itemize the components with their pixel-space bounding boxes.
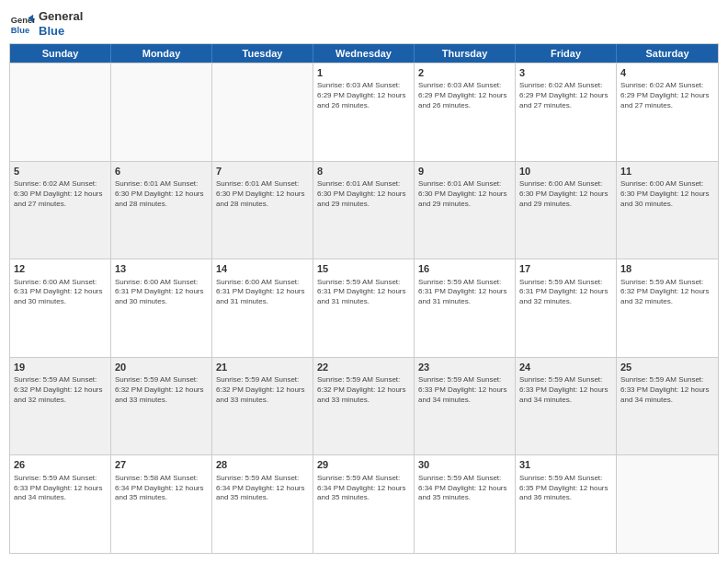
calendar-day-3: 3Sunrise: 6:02 AM Sunset: 6:29 PM Daylig… [516, 63, 617, 161]
calendar-row-1: 1Sunrise: 6:03 AM Sunset: 6:29 PM Daylig… [10, 63, 718, 161]
day-info: Sunrise: 6:00 AM Sunset: 6:31 PM Dayligh… [216, 278, 309, 307]
day-number: 14 [216, 262, 309, 275]
calendar-day-4: 4Sunrise: 6:02 AM Sunset: 6:29 PM Daylig… [617, 63, 718, 161]
day-number: 1 [317, 66, 410, 79]
calendar-cell-empty [111, 63, 212, 161]
day-info: Sunrise: 5:59 AM Sunset: 6:33 PM Dayligh… [519, 375, 612, 405]
day-info: Sunrise: 6:03 AM Sunset: 6:29 PM Dayligh… [418, 81, 511, 110]
calendar-day-14: 14Sunrise: 6:00 AM Sunset: 6:31 PM Dayli… [212, 259, 313, 357]
calendar-row-3: 12Sunrise: 6:00 AM Sunset: 6:31 PM Dayli… [10, 259, 718, 357]
day-info: Sunrise: 6:02 AM Sunset: 6:30 PM Dayligh… [14, 179, 107, 209]
day-number: 12 [14, 262, 107, 275]
day-number: 10 [519, 165, 612, 178]
header-day-friday: Friday [516, 44, 617, 63]
calendar-cell-empty [617, 455, 718, 553]
calendar-day-9: 9Sunrise: 6:01 AM Sunset: 6:30 PM Daylig… [415, 162, 516, 259]
calendar-day-6: 6Sunrise: 6:01 AM Sunset: 6:30 PM Daylig… [111, 162, 212, 259]
day-info: Sunrise: 5:59 AM Sunset: 6:31 PM Dayligh… [317, 278, 410, 307]
day-number: 28 [216, 458, 309, 471]
day-info: Sunrise: 6:01 AM Sunset: 6:30 PM Dayligh… [418, 179, 511, 209]
header-day-saturday: Saturday [617, 44, 718, 63]
day-number: 22 [317, 361, 410, 373]
calendar-day-15: 15Sunrise: 5:59 AM Sunset: 6:31 PM Dayli… [313, 259, 415, 357]
day-info: Sunrise: 6:01 AM Sunset: 6:30 PM Dayligh… [115, 179, 208, 209]
calendar-header-row: SundayMondayTuesdayWednesdayThursdayFrid… [10, 44, 718, 63]
calendar-day-1: 1Sunrise: 6:03 AM Sunset: 6:29 PM Daylig… [313, 63, 415, 161]
calendar-day-8: 8Sunrise: 6:01 AM Sunset: 6:30 PM Daylig… [313, 162, 415, 259]
calendar-day-29: 29Sunrise: 5:59 AM Sunset: 6:34 PM Dayli… [313, 455, 415, 553]
day-info: Sunrise: 5:59 AM Sunset: 6:34 PM Dayligh… [216, 474, 309, 503]
day-number: 6 [115, 165, 208, 178]
day-number: 23 [418, 361, 511, 373]
day-info: Sunrise: 6:02 AM Sunset: 6:29 PM Dayligh… [620, 81, 714, 110]
calendar-cell-empty [10, 63, 111, 161]
calendar-row-2: 5Sunrise: 6:02 AM Sunset: 6:30 PM Daylig… [10, 161, 718, 259]
day-info: Sunrise: 5:59 AM Sunset: 6:35 PM Dayligh… [519, 474, 612, 503]
day-info: Sunrise: 5:59 AM Sunset: 6:34 PM Dayligh… [418, 474, 511, 503]
calendar-day-10: 10Sunrise: 6:00 AM Sunset: 6:30 PM Dayli… [516, 162, 617, 259]
day-number: 4 [620, 66, 714, 79]
day-number: 27 [115, 458, 208, 471]
header-day-thursday: Thursday [415, 44, 516, 63]
day-info: Sunrise: 6:00 AM Sunset: 6:31 PM Dayligh… [14, 278, 107, 307]
header-day-tuesday: Tuesday [212, 44, 313, 63]
day-number: 17 [519, 262, 612, 275]
calendar-day-31: 31Sunrise: 5:59 AM Sunset: 6:35 PM Dayli… [516, 455, 617, 553]
logo: General Blue General Blue [9, 9, 83, 38]
day-info: Sunrise: 5:58 AM Sunset: 6:34 PM Dayligh… [115, 474, 208, 503]
day-number: 13 [115, 262, 208, 275]
day-number: 11 [620, 165, 714, 178]
day-info: Sunrise: 5:59 AM Sunset: 6:32 PM Dayligh… [620, 278, 714, 307]
day-info: Sunrise: 5:59 AM Sunset: 6:32 PM Dayligh… [14, 375, 107, 405]
day-info: Sunrise: 5:59 AM Sunset: 6:31 PM Dayligh… [519, 278, 612, 307]
calendar-row-4: 19Sunrise: 5:59 AM Sunset: 6:32 PM Dayli… [10, 357, 718, 455]
day-number: 15 [317, 262, 410, 275]
svg-text:Blue: Blue [11, 26, 29, 35]
calendar-day-18: 18Sunrise: 5:59 AM Sunset: 6:32 PM Dayli… [617, 259, 718, 357]
day-number: 2 [418, 66, 511, 79]
day-number: 7 [216, 165, 309, 178]
day-number: 9 [418, 165, 511, 178]
calendar-day-13: 13Sunrise: 6:00 AM Sunset: 6:31 PM Dayli… [111, 259, 212, 357]
header-day-sunday: Sunday [10, 44, 111, 63]
calendar-day-28: 28Sunrise: 5:59 AM Sunset: 6:34 PM Dayli… [212, 455, 313, 553]
calendar-day-30: 30Sunrise: 5:59 AM Sunset: 6:34 PM Dayli… [415, 455, 516, 553]
calendar-day-17: 17Sunrise: 5:59 AM Sunset: 6:31 PM Dayli… [516, 259, 617, 357]
day-info: Sunrise: 6:01 AM Sunset: 6:30 PM Dayligh… [317, 179, 410, 209]
day-info: Sunrise: 5:59 AM Sunset: 6:33 PM Dayligh… [418, 375, 511, 405]
day-number: 3 [519, 66, 612, 79]
day-number: 21 [216, 361, 309, 373]
calendar-day-7: 7Sunrise: 6:01 AM Sunset: 6:30 PM Daylig… [212, 162, 313, 259]
day-number: 29 [317, 458, 410, 471]
day-number: 5 [14, 165, 107, 178]
day-number: 20 [115, 361, 208, 373]
day-info: Sunrise: 6:03 AM Sunset: 6:29 PM Dayligh… [317, 81, 410, 110]
day-info: Sunrise: 6:00 AM Sunset: 6:30 PM Dayligh… [620, 179, 714, 209]
day-number: 25 [620, 361, 714, 373]
day-info: Sunrise: 5:59 AM Sunset: 6:32 PM Dayligh… [317, 375, 410, 405]
day-info: Sunrise: 5:59 AM Sunset: 6:32 PM Dayligh… [115, 375, 208, 405]
day-info: Sunrise: 5:59 AM Sunset: 6:33 PM Dayligh… [14, 474, 107, 503]
calendar-day-20: 20Sunrise: 5:59 AM Sunset: 6:32 PM Dayli… [111, 358, 212, 455]
day-info: Sunrise: 6:00 AM Sunset: 6:30 PM Dayligh… [519, 179, 612, 209]
calendar: SundayMondayTuesdayWednesdayThursdayFrid… [9, 43, 719, 554]
day-info: Sunrise: 5:59 AM Sunset: 6:32 PM Dayligh… [216, 375, 309, 405]
day-info: Sunrise: 6:02 AM Sunset: 6:29 PM Dayligh… [519, 81, 612, 110]
day-info: Sunrise: 6:01 AM Sunset: 6:30 PM Dayligh… [216, 179, 309, 209]
calendar-day-27: 27Sunrise: 5:58 AM Sunset: 6:34 PM Dayli… [111, 455, 212, 553]
day-number: 30 [418, 458, 511, 471]
day-number: 8 [317, 165, 410, 178]
day-number: 24 [519, 361, 612, 373]
day-info: Sunrise: 6:00 AM Sunset: 6:31 PM Dayligh… [115, 278, 208, 307]
day-info: Sunrise: 5:59 AM Sunset: 6:34 PM Dayligh… [317, 474, 410, 503]
calendar-day-19: 19Sunrise: 5:59 AM Sunset: 6:32 PM Dayli… [10, 358, 111, 455]
calendar-day-16: 16Sunrise: 5:59 AM Sunset: 6:31 PM Dayli… [415, 259, 516, 357]
calendar-body: 1Sunrise: 6:03 AM Sunset: 6:29 PM Daylig… [10, 63, 718, 553]
page-header: General Blue General Blue [9, 9, 719, 38]
calendar-day-22: 22Sunrise: 5:59 AM Sunset: 6:32 PM Dayli… [313, 358, 415, 455]
header-day-wednesday: Wednesday [313, 44, 415, 63]
header-day-monday: Monday [111, 44, 212, 63]
day-number: 26 [14, 458, 107, 471]
day-number: 31 [519, 458, 612, 471]
calendar-day-24: 24Sunrise: 5:59 AM Sunset: 6:33 PM Dayli… [516, 358, 617, 455]
